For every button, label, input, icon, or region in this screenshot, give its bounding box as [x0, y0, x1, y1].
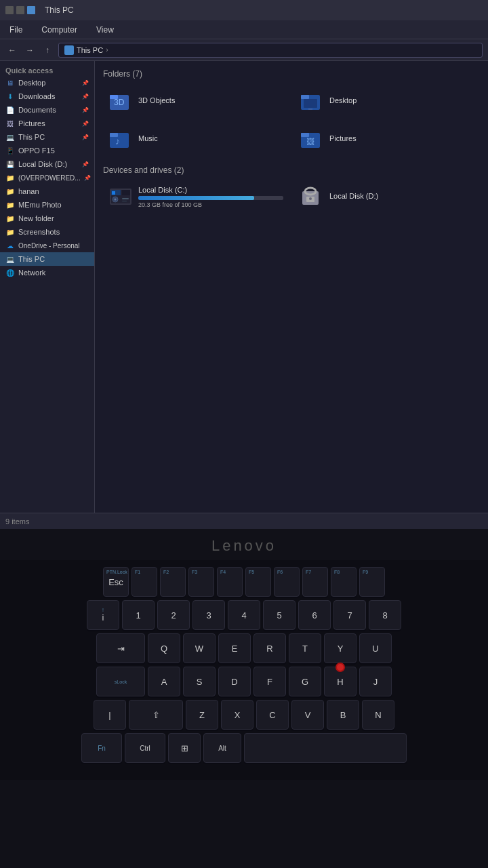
cdrive-icon — [108, 184, 133, 209]
key-1[interactable]: 1 — [122, 600, 155, 630]
key-u[interactable]: U — [359, 633, 392, 663]
sidebar-item-oppo[interactable]: 📱 OPPO F15 — [0, 144, 94, 157]
key-f6[interactable]: F6 — [274, 567, 300, 597]
key-f8[interactable]: F8 — [331, 567, 357, 597]
path-arrow: › — [106, 46, 108, 54]
sidebar-item-overpowered[interactable]: 📁 (OVERPOWERED... 📌 — [0, 171, 94, 184]
cdrive-bar-container — [138, 196, 283, 200]
key-s[interactable]: S — [183, 667, 216, 696]
sidebar-label-memu: MEmu Photo — [18, 201, 62, 209]
sidebar-item-network[interactable]: 🌐 Network — [0, 266, 94, 279]
key-6[interactable]: 6 — [298, 600, 331, 630]
key-w[interactable]: W — [183, 633, 216, 663]
key-3[interactable]: 3 — [192, 600, 225, 630]
key-f3[interactable]: F3 — [188, 567, 214, 597]
key-h[interactable]: H — [324, 667, 357, 696]
key-f2[interactable]: F2 — [160, 567, 186, 597]
localdisk-d-icon: 💾 — [5, 159, 15, 169]
key-space[interactable] — [244, 733, 407, 763]
key-n[interactable]: N — [362, 700, 394, 730]
sidebar-item-hanan[interactable]: 📁 hanan — [0, 184, 94, 198]
svg-text:🖼: 🖼 — [306, 137, 314, 146]
folder-music[interactable]: ♪ Music — [103, 122, 289, 155]
sidebar-item-localdisk[interactable]: 💾 Local Disk (D:) 📌 — [0, 157, 94, 171]
key-t[interactable]: T — [289, 633, 321, 663]
address-bar[interactable]: This PC › — [58, 43, 483, 58]
sidebar-item-downloads[interactable]: ⬇ Downloads 📌 — [0, 90, 94, 103]
path-text: This PC — [77, 46, 103, 54]
key-2[interactable]: 2 — [157, 600, 190, 630]
sidebar-item-newfolder[interactable]: 📁 New folder — [0, 212, 94, 225]
menu-bar: File Computer View — [0, 20, 488, 39]
sidebar: Quick access 🖥 Desktop 📌 ⬇ Downloads 📌 📄… — [0, 61, 95, 513]
key-capslock[interactable]: sLock — [96, 667, 145, 696]
key-x[interactable]: X — [221, 700, 253, 730]
key-i[interactable]: !i — [87, 600, 119, 630]
key-v[interactable]: V — [291, 700, 324, 730]
key-5[interactable]: 5 — [263, 600, 296, 630]
svg-point-18 — [115, 199, 117, 201]
key-pipe[interactable]: | — [94, 700, 126, 730]
back-button[interactable]: ← — [5, 43, 19, 57]
key-j[interactable]: J — [359, 667, 392, 696]
device-cdrive[interactable]: Local Disk (C:) 20.3 GB free of 100 GB — [103, 180, 289, 213]
sidebar-item-screenshots[interactable]: 📁 Screenshots — [0, 225, 94, 239]
key-y[interactable]: Y — [324, 633, 357, 663]
key-b[interactable]: B — [327, 700, 359, 730]
key-d[interactable]: D — [218, 667, 251, 696]
svg-rect-6 — [308, 108, 312, 110]
key-7[interactable]: 7 — [333, 600, 366, 630]
device-ddrive[interactable]: Local Disk (D:) — [294, 180, 480, 213]
svg-rect-16 — [122, 190, 130, 195]
overpowered-icon: 📁 — [5, 173, 15, 182]
folders-section-title: Folders (7) — [103, 69, 480, 79]
menu-file[interactable]: File — [5, 24, 26, 36]
menu-view[interactable]: View — [92, 24, 118, 36]
sidebar-item-documents[interactable]: 📄 Documents 📌 — [0, 103, 94, 117]
sidebar-item-thispc[interactable]: 💻 This PC 📌 — [0, 130, 94, 144]
key-4[interactable]: 4 — [228, 600, 260, 630]
keyboard-row-modifiers: Fn Ctrl ⊞ Alt — [14, 733, 474, 763]
keyboard-row-numbers: !i 1 2 3 4 5 6 7 8 — [14, 600, 474, 630]
key-f9[interactable]: F9 — [359, 567, 385, 597]
key-e[interactable]: E — [218, 633, 251, 663]
key-q[interactable]: Q — [148, 633, 180, 663]
laptop-body: Lenovo PTN.LockEsc F1 F2 F3 F4 F5 F6 F7 … — [0, 529, 488, 868]
key-g[interactable]: G — [289, 667, 321, 696]
key-win[interactable]: ⊞ — [168, 733, 201, 763]
screenshots-icon: 📁 — [5, 227, 15, 237]
menu-computer[interactable]: Computer — [37, 24, 81, 36]
key-shift-left[interactable]: ⇧ — [129, 700, 183, 730]
sidebar-item-memu[interactable]: 📁 MEmu Photo — [0, 198, 94, 212]
key-alt[interactable]: Alt — [203, 733, 241, 763]
key-ctrl-left[interactable]: Ctrl — [125, 733, 165, 763]
key-f4[interactable]: F4 — [217, 567, 243, 597]
folder-3dobjects[interactable]: 3D 3D Objects — [103, 84, 289, 117]
sidebar-item-onedrive[interactable]: ☁ OneDrive - Personal — [0, 239, 94, 252]
svg-text:3D: 3D — [114, 98, 125, 107]
key-f5[interactable]: F5 — [245, 567, 271, 597]
up-button[interactable]: ↑ — [41, 43, 54, 57]
trackpoint[interactable] — [336, 663, 345, 672]
key-f1[interactable]: F1 — [131, 567, 157, 597]
nav-bar: ← → ↑ This PC › — [0, 39, 488, 61]
sidebar-item-thispc-nav[interactable]: 💻 This PC — [0, 252, 94, 266]
sidebar-label-screenshots: Screenshots — [18, 228, 60, 236]
sidebar-item-pictures[interactable]: 🖼 Pictures 📌 — [0, 117, 94, 130]
key-f7[interactable]: F7 — [302, 567, 328, 597]
key-8[interactable]: 8 — [369, 600, 401, 630]
forward-button[interactable]: → — [23, 43, 37, 57]
key-f[interactable]: F — [253, 667, 286, 696]
key-r[interactable]: R — [253, 633, 286, 663]
key-tab-arrow[interactable]: ⇥ — [96, 633, 145, 663]
sidebar-item-desktop[interactable]: 🖥 Desktop 📌 — [0, 76, 94, 90]
key-esc[interactable]: PTN.LockEsc — [103, 567, 129, 597]
key-a[interactable]: A — [148, 667, 180, 696]
network-icon: 🌐 — [5, 268, 15, 277]
folder-desktop[interactable]: Desktop — [294, 84, 480, 117]
key-z[interactable]: Z — [186, 700, 218, 730]
key-c[interactable]: C — [256, 700, 289, 730]
key-fn[interactable]: Fn — [81, 733, 122, 763]
folder-pictures[interactable]: 🖼 Pictures — [294, 122, 480, 155]
pin-icon-localdisk: 📌 — [82, 161, 89, 167]
